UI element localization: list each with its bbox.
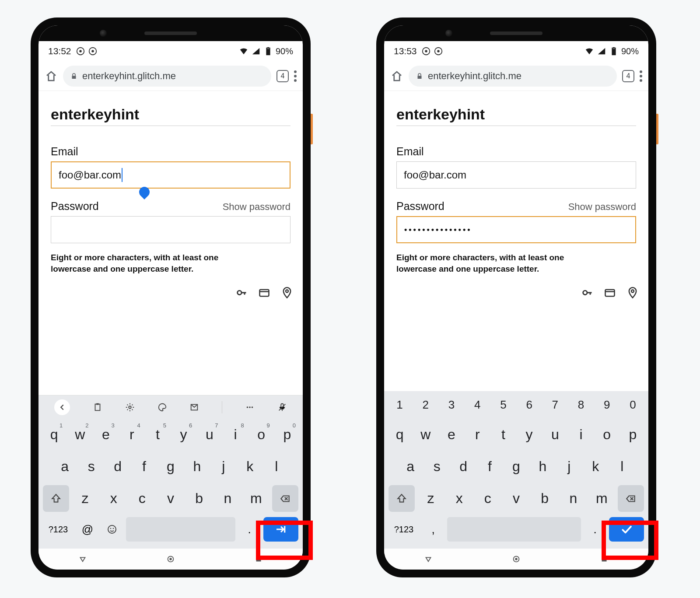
home-icon[interactable] xyxy=(390,70,403,83)
backspace-key[interactable] xyxy=(272,485,298,512)
nav-back-icon[interactable] xyxy=(78,554,88,564)
key-q[interactable]: q1 xyxy=(41,421,67,448)
key-6[interactable]: 6 xyxy=(516,394,542,416)
key-u[interactable]: u xyxy=(542,421,568,448)
key-g[interactable]: g xyxy=(158,453,184,480)
key-d[interactable]: d xyxy=(105,453,131,480)
key-e[interactable]: e xyxy=(438,421,464,448)
key-s[interactable]: s xyxy=(424,453,450,480)
email-field[interactable]: foo@bar.com xyxy=(51,161,290,189)
key-k[interactable]: k xyxy=(582,453,609,480)
key-a[interactable]: a xyxy=(52,453,78,480)
at-key[interactable]: @ xyxy=(77,517,98,542)
key-f[interactable]: f xyxy=(131,453,157,480)
card-icon[interactable] xyxy=(604,287,616,299)
key-n[interactable]: n xyxy=(214,485,242,512)
key-8[interactable]: 8 xyxy=(568,394,594,416)
show-password-toggle[interactable]: Show password xyxy=(223,201,290,213)
key-g[interactable]: g xyxy=(503,453,529,480)
key-c[interactable]: c xyxy=(473,485,502,512)
key-l[interactable]: l xyxy=(609,453,635,480)
key-d[interactable]: d xyxy=(450,453,476,480)
nav-home-icon[interactable] xyxy=(511,554,521,564)
key-0[interactable]: 0 xyxy=(620,394,646,416)
mic-off-icon[interactable] xyxy=(277,402,287,412)
key-y[interactable]: y6 xyxy=(171,421,196,448)
key-r[interactable]: r4 xyxy=(119,421,145,448)
spacebar[interactable] xyxy=(126,517,235,542)
key-icon[interactable] xyxy=(235,287,248,299)
key-x[interactable]: x xyxy=(99,485,128,512)
key-a[interactable]: a xyxy=(397,453,424,480)
nav-recent-icon[interactable] xyxy=(254,554,263,564)
key-b[interactable]: b xyxy=(185,485,214,512)
gear-icon[interactable] xyxy=(125,402,135,412)
clipboard-icon[interactable] xyxy=(93,402,102,412)
key-w[interactable]: w xyxy=(413,421,438,448)
key-y[interactable]: y xyxy=(516,421,542,448)
address-bar[interactable]: enterkeyhint.glitch.me xyxy=(63,66,271,87)
shift-key[interactable] xyxy=(43,485,69,512)
key-b[interactable]: b xyxy=(531,485,559,512)
key-e[interactable]: e3 xyxy=(93,421,119,448)
address-bar[interactable]: enterkeyhint.glitch.me xyxy=(409,66,617,87)
key-2[interactable]: 2 xyxy=(413,394,438,416)
enter-key-done[interactable] xyxy=(609,517,644,542)
key-w[interactable]: w2 xyxy=(67,421,93,448)
key-1[interactable]: 1 xyxy=(387,394,413,416)
key-p[interactable]: p xyxy=(620,421,646,448)
key-c[interactable]: c xyxy=(128,485,156,512)
nav-recent-icon[interactable] xyxy=(599,554,609,564)
location-icon[interactable] xyxy=(281,287,293,299)
key-z[interactable]: z xyxy=(416,485,445,512)
key-t[interactable]: t xyxy=(490,421,516,448)
tab-switcher[interactable]: 4 xyxy=(276,70,289,82)
key-5[interactable]: 5 xyxy=(490,394,516,416)
key-m[interactable]: m xyxy=(588,485,616,512)
password-field[interactable] xyxy=(51,216,290,243)
more-icon[interactable] xyxy=(245,402,255,412)
spacebar[interactable] xyxy=(447,517,581,542)
home-icon[interactable] xyxy=(45,70,58,83)
key-s[interactable]: s xyxy=(78,453,104,480)
chevron-left-icon[interactable] xyxy=(54,399,70,415)
overflow-menu-icon[interactable] xyxy=(640,70,642,82)
key-7[interactable]: 7 xyxy=(542,394,568,416)
key-j[interactable]: j xyxy=(556,453,582,480)
tab-switcher[interactable]: 4 xyxy=(622,70,634,82)
key-l[interactable]: l xyxy=(263,453,290,480)
symbols-key[interactable]: ?123 xyxy=(388,517,419,542)
location-icon[interactable] xyxy=(626,287,639,299)
caret-handle-icon[interactable] xyxy=(137,185,152,199)
key-h[interactable]: h xyxy=(184,453,210,480)
key-i[interactable]: i xyxy=(568,421,594,448)
shift-key[interactable] xyxy=(388,485,415,512)
key-h[interactable]: h xyxy=(529,453,556,480)
key-f[interactable]: f xyxy=(476,453,503,480)
comma-key[interactable]: , xyxy=(423,517,444,542)
key-o[interactable]: o xyxy=(594,421,620,448)
key-q[interactable]: q xyxy=(387,421,413,448)
show-password-toggle[interactable]: Show password xyxy=(568,201,636,213)
overflow-menu-icon[interactable] xyxy=(294,70,297,82)
period-key[interactable]: . xyxy=(239,517,260,542)
key-k[interactable]: k xyxy=(237,453,263,480)
password-field[interactable]: ••••••••••••••• xyxy=(396,216,636,243)
key-z[interactable]: z xyxy=(71,485,99,512)
key-j[interactable]: j xyxy=(210,453,237,480)
backspace-key[interactable] xyxy=(618,485,644,512)
key-3[interactable]: 3 xyxy=(438,394,464,416)
key-p[interactable]: p0 xyxy=(274,421,300,448)
enter-key-next[interactable] xyxy=(263,517,298,542)
nav-home-icon[interactable] xyxy=(166,554,175,564)
key-i[interactable]: i8 xyxy=(222,421,248,448)
palette-icon[interactable] xyxy=(158,402,167,412)
key-4[interactable]: 4 xyxy=(465,394,490,416)
key-v[interactable]: v xyxy=(502,485,530,512)
symbols-key[interactable]: ?123 xyxy=(43,517,74,542)
key-v[interactable]: v xyxy=(156,485,185,512)
key-r[interactable]: r xyxy=(465,421,490,448)
emoji-key[interactable] xyxy=(102,517,122,542)
key-icon[interactable] xyxy=(581,287,593,299)
key-x[interactable]: x xyxy=(445,485,473,512)
